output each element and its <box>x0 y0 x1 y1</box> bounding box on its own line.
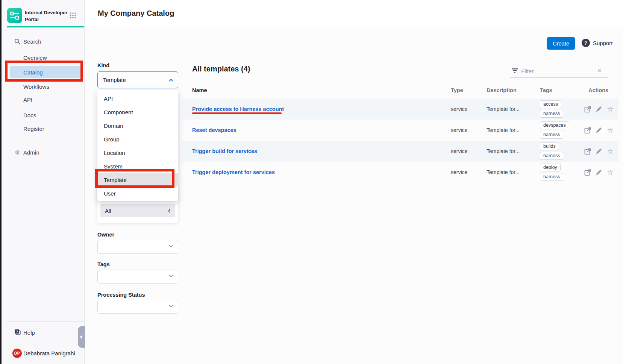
sidebar-item-admin[interactable]: ⚙ Admin <box>2 146 85 159</box>
open-in-new-icon[interactable] <box>584 147 591 155</box>
tag-chip: devspaces <box>540 121 569 129</box>
user-name: Debabrata Panigrahi <box>23 350 75 356</box>
tags-filter-label: Tags <box>97 261 110 267</box>
template-link[interactable]: Provide access to Harness account <box>192 106 284 112</box>
filter-placeholder: Filter <box>521 68 534 74</box>
idp-logo-icon <box>7 8 22 23</box>
tags-cell: accessharness <box>540 100 563 118</box>
sidebar-item-help[interactable]: ? Help <box>2 326 85 339</box>
actions-cell: ☆ <box>584 147 614 155</box>
processing-status-select[interactable] <box>97 300 178 314</box>
star-icon[interactable]: ☆ <box>606 168 614 176</box>
template-link[interactable]: Reset devspaces <box>192 127 236 133</box>
sidebar-item-docs[interactable]: Docs <box>2 108 85 122</box>
template-link[interactable]: Trigger build for services <box>192 148 257 154</box>
column-header-name: Name <box>192 87 207 93</box>
type-cell: service <box>451 169 467 175</box>
sidebar-item-search[interactable]: Search <box>2 35 85 48</box>
actions-cell: ☆ <box>584 168 614 176</box>
tags-cell: devspacesharness <box>540 121 569 139</box>
description-cell: Template for... <box>487 148 520 154</box>
kind-option-api[interactable]: API <box>97 92 178 105</box>
search-label: Search <box>23 38 41 45</box>
column-header-type: Type <box>451 87 463 93</box>
edit-pencil-icon[interactable] <box>595 105 603 113</box>
sidebar-item-overview[interactable]: Overview <box>2 51 85 64</box>
search-icon <box>14 38 21 45</box>
type-cell: service <box>451 106 467 112</box>
processing-status-filter-label: Processing Status <box>97 292 145 298</box>
logo-row: Internal Developer Portal <box>7 8 81 24</box>
tags-select[interactable] <box>97 270 178 284</box>
portal-title: Internal Developer Portal <box>25 9 69 23</box>
table-header-divider <box>182 98 618 98</box>
kind-dropdown-menu: APIComponentDomainGroupLocationSystemTem… <box>97 90 178 201</box>
actions-cell: ☆ <box>584 105 614 113</box>
sidebar-collapse-handle[interactable] <box>78 326 85 348</box>
help-chat-icon: ? <box>14 329 21 336</box>
type-cell: service <box>451 148 467 154</box>
table-row: Trigger deployment for servicesserviceTe… <box>182 162 618 183</box>
edit-pencil-icon[interactable] <box>595 168 603 176</box>
chevron-up-icon <box>169 79 173 82</box>
support-button[interactable]: ? Support <box>582 39 613 47</box>
tag-chip: access <box>540 100 561 108</box>
column-header-description: Description <box>487 87 517 93</box>
open-in-new-icon[interactable] <box>584 105 591 113</box>
kind-option-component[interactable]: Component <box>97 105 178 119</box>
kind-option-system[interactable]: System <box>97 159 178 173</box>
owner-select[interactable] <box>97 240 178 254</box>
support-label: Support <box>593 40 613 46</box>
apps-grid-icon[interactable] <box>70 12 76 20</box>
sidebar-item-register[interactable]: Register <box>2 122 85 135</box>
chevron-down-icon <box>169 275 173 278</box>
tag-chip: harness <box>540 131 563 139</box>
tag-chip: harness <box>540 152 563 160</box>
star-icon[interactable]: ☆ <box>606 105 614 113</box>
kind-option-group[interactable]: Group <box>97 132 178 146</box>
table-title: All templates (4) <box>192 65 250 73</box>
help-label: Help <box>23 329 35 336</box>
question-circle-icon: ? <box>582 39 590 47</box>
kind-select[interactable]: Template <box>97 71 178 88</box>
create-button[interactable]: Create <box>547 37 575 50</box>
kind-filter-label: Kind <box>97 62 109 68</box>
sidebar-item-label: Docs <box>23 112 36 118</box>
sidebar: Internal Developer Portal Search Overvie… <box>2 0 85 364</box>
template-link[interactable]: Trigger deployment for services <box>192 169 275 175</box>
sidebar-user[interactable]: DP Debabrata Panigrahi <box>2 346 85 360</box>
main-content: Create ? Support Kind Template All 4 API… <box>85 27 623 364</box>
table-header-row: Name Type Description Tags Actions <box>182 87 618 98</box>
kind-option-domain[interactable]: Domain <box>97 119 178 132</box>
actions-cell: ☆ <box>584 126 614 134</box>
star-icon[interactable]: ☆ <box>606 126 614 134</box>
facet-all-row[interactable]: All 4 <box>100 204 175 217</box>
open-in-new-icon[interactable] <box>584 168 591 176</box>
clear-filter-icon[interactable]: ✕ <box>597 68 602 74</box>
table-body: Provide access to Harness accountservice… <box>182 99 618 183</box>
gear-icon: ⚙ <box>14 149 21 156</box>
description-cell: Template for... <box>487 127 520 133</box>
svg-text:?: ? <box>16 330 18 334</box>
sidebar-item-catalog[interactable]: Catalog <box>2 65 85 79</box>
sidebar-item-label: Catalog <box>23 69 43 76</box>
sidebar-item-label: Overview <box>23 55 47 61</box>
admin-label: Admin <box>23 149 39 156</box>
filter-funnel-icon <box>511 68 518 75</box>
kind-option-template[interactable]: Template <box>97 173 178 187</box>
star-icon[interactable]: ☆ <box>606 147 614 155</box>
description-cell: Template for... <box>487 169 520 175</box>
edit-pencil-icon[interactable] <box>595 147 603 155</box>
tags-cell: deployharness <box>540 164 563 181</box>
table-filter-input[interactable]: Filter ✕ <box>510 65 608 78</box>
chevron-down-icon <box>169 245 173 248</box>
open-in-new-icon[interactable] <box>584 126 591 134</box>
sidebar-item-workflows[interactable]: Workflows <box>2 80 85 93</box>
tag-chip: builds <box>540 143 559 150</box>
kind-select-value: Template <box>103 77 126 83</box>
sidebar-item-api[interactable]: API <box>2 93 85 106</box>
edit-pencil-icon[interactable] <box>595 126 603 134</box>
kind-option-location[interactable]: Location <box>97 146 178 159</box>
page-title: My Company Catalog <box>98 9 174 18</box>
kind-option-user[interactable]: User <box>97 187 178 200</box>
